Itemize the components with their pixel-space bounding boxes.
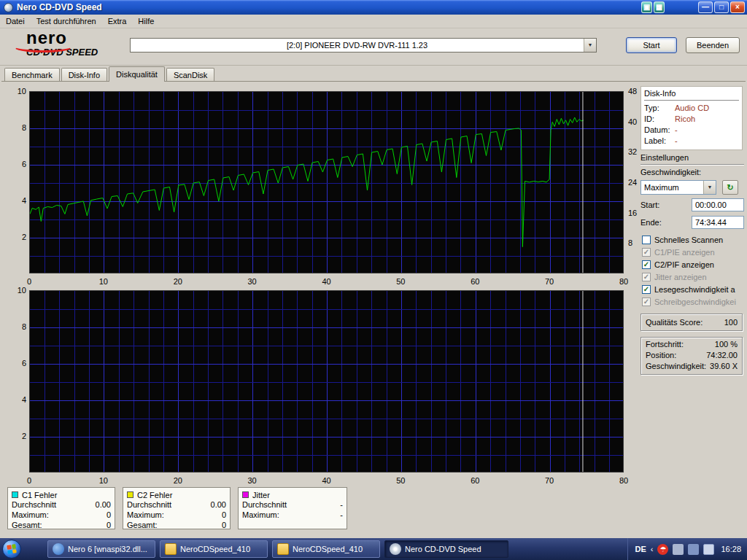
quality-score-value: 100 <box>724 318 738 327</box>
checkbox-label: C1/PIE anzeigen <box>654 248 715 257</box>
system-tray: DE ‹ ☂ 16:28 <box>627 538 747 560</box>
x-tick-label: 60 <box>468 476 482 485</box>
legend-title: C1 Fehler <box>22 491 57 499</box>
error-rate-plot <box>29 290 624 472</box>
menu-extra[interactable]: Extra <box>102 15 133 28</box>
x-tick-label: 30 <box>245 476 260 485</box>
drive-select[interactable]: [2:0] PIONEER DVD-RW DVR-111 1.23 ▼ <box>130 38 597 52</box>
chevron-left-icon[interactable]: ‹ <box>651 545 654 553</box>
disk-info-label: Typ: <box>644 104 675 114</box>
x-tick-label: 50 <box>393 476 408 485</box>
x-tick-label: 70 <box>542 476 557 485</box>
start-time-field[interactable]: 00:00.00 <box>692 198 744 211</box>
windows-logo-icon <box>7 544 17 554</box>
y-left-tick-label: 8 <box>6 322 26 331</box>
sidebar: Disk-Info Typ:Audio CD ID:Ricoh Datum:- … <box>640 86 744 516</box>
check-icon: ✓ <box>643 249 649 256</box>
start-orb[interactable] <box>2 540 21 559</box>
taskbar-button-nero6[interactable]: Nero 6 [wnaspi32.dll... <box>47 540 155 558</box>
language-indicator[interactable]: DE <box>635 545 646 553</box>
close-button[interactable]: × <box>730 1 745 13</box>
menu-test-durchfuehren[interactable]: Test durchführen <box>31 15 102 28</box>
legend-label: Maximum: <box>242 510 279 521</box>
start-button[interactable]: Start <box>626 37 677 53</box>
legend-value: 0.00 <box>96 500 111 510</box>
x-tick-label: 10 <box>96 476 111 485</box>
legend-value: - <box>340 500 343 510</box>
folder-icon <box>165 543 177 555</box>
checkbox-box[interactable] <box>642 236 651 244</box>
checkbox-box[interactable]: ✓ <box>642 285 651 294</box>
drive-select-value: [2:0] PIONEER DVD-RW DVR-111 1.23 <box>131 39 584 52</box>
legend-title: C2 Fehler <box>137 491 172 499</box>
x-tick-label: 20 <box>171 476 185 485</box>
speed-select[interactable]: Maximum ▼ <box>640 180 716 195</box>
checkbox-label: Lesegeschwindigkeit a <box>654 285 735 294</box>
separator <box>644 100 739 101</box>
chevron-down-icon[interactable]: ▼ <box>703 181 716 194</box>
y-left-tick-label: 2 <box>6 432 26 440</box>
taskbar: Nero 6 [wnaspi32.dll... NeroCDSpeed_410 … <box>0 538 747 560</box>
maximize-button[interactable]: □ <box>714 1 729 13</box>
nero-logo: nero CD·DVD SPEED <box>26 29 136 64</box>
screen-capture-button-2[interactable]: ▦ <box>654 1 665 13</box>
separator <box>640 164 744 166</box>
checkbox-box[interactable]: ✓ <box>642 260 651 269</box>
toolbar: nero CD·DVD SPEED [2:0] PIONEER DVD-RW D… <box>0 28 747 66</box>
screen-capture-button-1[interactable]: ▣ <box>641 1 652 13</box>
y-left-tick-label: 2 <box>6 233 26 241</box>
nero6-icon <box>53 543 64 555</box>
checkbox-schnelles-scannen[interactable]: Schnelles Scannen <box>640 233 744 246</box>
end-time-field[interactable]: 74:34.44 <box>692 216 744 229</box>
legend-header: Jitter <box>242 489 343 500</box>
checkbox-lesegeschwindigkeit[interactable]: ✓ Lesegeschwindigkeit a <box>640 283 744 295</box>
x-tick-label: 40 <box>320 476 334 485</box>
quality-score-label: Qualitäts Score: <box>646 318 703 327</box>
tab-diskqualitaet[interactable]: Diskqualität <box>109 66 165 82</box>
speed-select-value: Maximum <box>641 181 703 194</box>
keyboard-icon[interactable] <box>703 544 714 555</box>
start-time-label: Start: <box>640 201 670 209</box>
y-right-tick-label: 24 <box>628 178 637 187</box>
desktop: { "icons": {"minimize":"—","maximize":"□… <box>0 0 747 560</box>
y-left-tick-label: 6 <box>6 359 26 368</box>
progress-label: Fortschritt: <box>646 340 684 351</box>
legend-value: 0 <box>222 510 226 521</box>
chevron-down-icon[interactable]: ▼ <box>584 39 596 52</box>
checkbox-label: C2/PIF anzeigen <box>654 260 714 269</box>
window-buttons: ▣ ▦ — □ × <box>641 1 745 13</box>
x-tick-label: 80 <box>616 476 631 485</box>
end-time-row: Ende: 74:34.44 <box>640 214 744 230</box>
y-left-tick-label: 4 <box>6 196 26 205</box>
jitter-color-swatch <box>242 491 249 498</box>
checkbox-box: ✓ <box>642 273 651 281</box>
legend-label: Maximum: <box>12 510 49 521</box>
tab-scandisk[interactable]: ScanDisk <box>166 68 214 81</box>
quit-button[interactable]: Beenden <box>686 37 740 53</box>
legend-row: Durchschnitt0.00 <box>127 500 226 510</box>
read-speed-chart: 0102030405060708024681081624324048 <box>0 86 657 294</box>
legend-row: Maximum:0 <box>127 510 226 521</box>
disk-info-value: - <box>675 125 678 136</box>
minimize-button[interactable]: — <box>698 1 713 13</box>
legend-row: Maximum:- <box>242 510 343 521</box>
taskbar-button-nerocdspeed-2[interactable]: NeroCDSpeed_410 <box>272 540 380 558</box>
y-left-tick-label: 10 <box>6 286 26 295</box>
volume-icon[interactable] <box>673 544 684 555</box>
legend-row: Gesamt:0 <box>12 521 111 531</box>
progress-box: Fortschritt:100 % Position:74:32.00 Gesc… <box>640 337 743 375</box>
menu-datei[interactable]: Datei <box>0 15 31 28</box>
tab-benchmark[interactable]: Benchmark <box>4 68 60 81</box>
legend-c2-fehler: C2 Fehler Durchschnitt0.00 Maximum:0 Ges… <box>123 487 231 529</box>
refresh-button[interactable]: ↻ <box>722 180 738 195</box>
clock[interactable]: 16:28 <box>721 545 741 553</box>
progress-row: Fortschritt:100 % <box>646 340 738 351</box>
menu-hilfe[interactable]: Hilfe <box>132 15 160 28</box>
antivirus-icon[interactable]: ☂ <box>657 544 668 555</box>
tab-disk-info[interactable]: Disk-Info <box>61 68 107 81</box>
title-bar: Nero CD-DVD Speed ▣ ▦ — □ × <box>0 0 747 15</box>
network-icon[interactable] <box>688 544 699 555</box>
taskbar-button-nero-cddvd-speed[interactable]: Nero CD-DVD Speed <box>384 540 508 558</box>
checkbox-c2-pif-anzeigen[interactable]: ✓ C2/PIF anzeigen <box>640 258 744 271</box>
taskbar-button-nerocdspeed-1[interactable]: NeroCDSpeed_410 <box>160 540 268 558</box>
